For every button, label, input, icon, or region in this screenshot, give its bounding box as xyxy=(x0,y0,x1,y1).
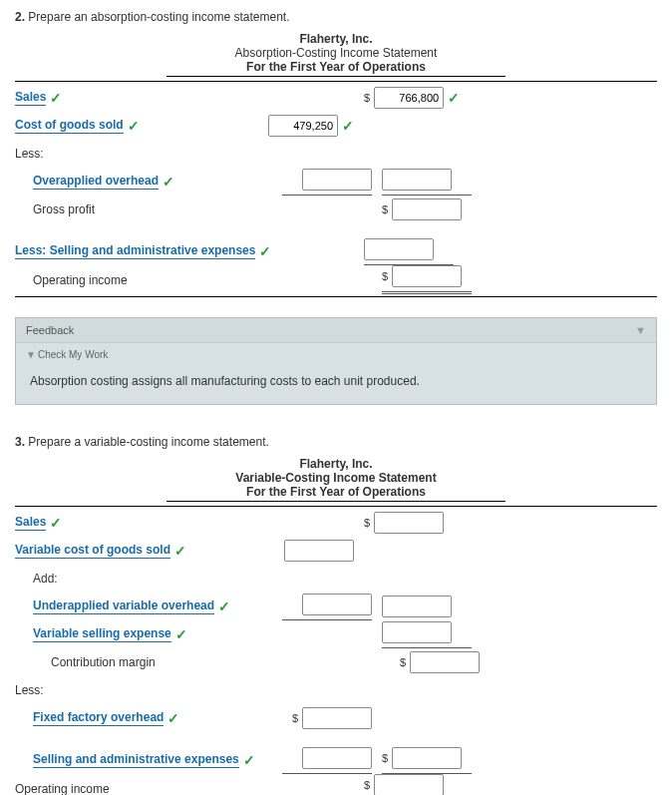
q2-prompt: 2. Prepare an absorption-costing income … xyxy=(15,10,657,24)
op-income-input[interactable] xyxy=(392,265,462,287)
currency-symbol: $ xyxy=(292,712,298,724)
currency-symbol: $ xyxy=(400,656,406,668)
triangle-icon: ▼ xyxy=(26,349,36,360)
row-cogs: Cost of goods sold ✓ ✓ xyxy=(15,112,657,140)
statement-period: For the First Year of Operations xyxy=(167,60,505,77)
contrib-input[interactable] xyxy=(410,651,480,673)
var-sell-exp-label[interactable]: Variable selling expense xyxy=(33,626,171,642)
row-var-sell-exp: Variable selling expense ✓ xyxy=(15,620,657,648)
check-icon: ✓ xyxy=(342,118,354,134)
currency-symbol: $ xyxy=(364,779,370,791)
sga-input[interactable] xyxy=(364,238,434,260)
check-icon: ✓ xyxy=(50,515,62,531)
fixed-foh-input[interactable] xyxy=(302,707,372,729)
sga-label[interactable]: Less: Selling and administrative expense… xyxy=(15,243,255,259)
row-sales: Sales ✓ $ xyxy=(15,509,657,537)
company-name: Flaherty, Inc. xyxy=(15,32,657,46)
chevron-down-icon: ▼ xyxy=(635,324,646,336)
op-income-label: Operating income xyxy=(33,273,128,287)
check-icon: ✓ xyxy=(175,626,187,642)
gross-profit-label: Gross profit xyxy=(33,202,95,216)
under-var-oh-label[interactable]: Underapplied variable overhead xyxy=(33,598,214,614)
statement-header: Flaherty, Inc. Absorption-Costing Income… xyxy=(15,32,657,77)
sales-label[interactable]: Sales xyxy=(15,90,46,106)
statement-title: Absorption-Costing Income Statement xyxy=(15,46,657,60)
currency-symbol: $ xyxy=(364,517,370,529)
check-my-work-toggle[interactable]: ▼Check My Work xyxy=(16,343,656,366)
contrib-label: Contribution margin xyxy=(51,655,156,669)
question-3: 3. Prepare a variable-costing income sta… xyxy=(15,435,657,795)
row-less-label: Less: xyxy=(15,676,657,704)
check-icon: ✓ xyxy=(218,598,230,614)
sales-input[interactable] xyxy=(374,87,444,109)
row-add-label: Add: xyxy=(15,565,657,593)
vcogs-input[interactable] xyxy=(284,540,354,562)
q-number: 3. xyxy=(15,435,25,449)
statement-title: Variable-Costing Income Statement xyxy=(15,471,657,485)
check-icon: ✓ xyxy=(448,90,460,106)
feedback-title: Feedback xyxy=(26,324,74,336)
row-sga: Selling and administrative expenses ✓ $ xyxy=(15,746,657,774)
statement-header: Flaherty, Inc. Variable-Costing Income S… xyxy=(15,457,657,502)
currency-symbol: $ xyxy=(382,752,388,764)
var-sell-exp-input[interactable] xyxy=(382,621,452,643)
cogs-label[interactable]: Cost of goods sold xyxy=(15,118,124,134)
check-icon: ✓ xyxy=(50,90,62,106)
sga-mid-input[interactable] xyxy=(302,747,372,769)
row-contribution-margin: Contribution margin $ xyxy=(15,648,657,676)
row-overapplied: Overapplied overhead ✓ xyxy=(15,168,657,196)
sales-input[interactable] xyxy=(374,512,444,534)
currency-symbol: $ xyxy=(382,270,388,282)
currency-symbol: $ xyxy=(382,203,388,215)
overapplied-label[interactable]: Overapplied overhead xyxy=(33,174,159,190)
check-icon: ✓ xyxy=(128,118,140,134)
fixed-foh-label[interactable]: Fixed factory overhead xyxy=(33,710,164,726)
less-label: Less: xyxy=(15,683,44,697)
row-operating-income: Operating income $ xyxy=(15,265,657,294)
sga-right-input[interactable] xyxy=(392,747,462,769)
row-under-var-oh: Underapplied variable overhead ✓ xyxy=(15,593,657,620)
check-icon: ✓ xyxy=(174,543,186,559)
row-vcogs: Variable cost of goods sold ✓ xyxy=(15,537,657,565)
q-text: Prepare an absorption-costing income sta… xyxy=(28,10,289,24)
overapplied-mid-input[interactable] xyxy=(302,169,372,191)
op-income-input[interactable] xyxy=(374,774,444,795)
vcogs-label[interactable]: Variable cost of goods sold xyxy=(15,543,170,559)
overapplied-right-input[interactable] xyxy=(382,169,452,191)
feedback-body: Absorption costing assigns all manufactu… xyxy=(16,366,656,404)
gross-profit-input[interactable] xyxy=(392,199,462,220)
currency-symbol: $ xyxy=(364,92,370,104)
toggle-label: Check My Work xyxy=(38,349,108,360)
statement-period: For the First Year of Operations xyxy=(167,485,505,502)
check-icon: ✓ xyxy=(243,752,255,768)
sales-label[interactable]: Sales xyxy=(15,515,46,531)
feedback-panel: Feedback ▼ ▼Check My Work Absorption cos… xyxy=(15,317,657,405)
q-text: Prepare a variable-costing income statem… xyxy=(28,435,268,449)
q3-prompt: 3. Prepare a variable-costing income sta… xyxy=(15,435,657,449)
row-less-label: Less: xyxy=(15,140,657,168)
question-2: 2. Prepare an absorption-costing income … xyxy=(15,10,657,405)
absorption-statement: Sales ✓ $ ✓ Cost of goods sold ✓ ✓ Less: xyxy=(15,81,657,297)
q-number: 2. xyxy=(15,10,25,24)
row-fixed-foh: Fixed factory overhead ✓ $ xyxy=(15,704,657,732)
row-gross-profit: Gross profit $ xyxy=(15,196,657,223)
under-var-oh-mid-input[interactable] xyxy=(302,594,372,615)
sga-label[interactable]: Selling and administrative expenses xyxy=(33,752,239,768)
less-label: Less: xyxy=(15,147,44,161)
company-name: Flaherty, Inc. xyxy=(15,457,657,471)
variable-statement: Sales ✓ $ Variable cost of goods sold ✓ … xyxy=(15,506,657,795)
under-var-oh-right-input[interactable] xyxy=(382,596,452,617)
row-operating-income: Operating income $ xyxy=(15,774,657,795)
op-income-label: Operating income xyxy=(15,782,110,796)
cogs-input[interactable] xyxy=(268,115,338,137)
check-icon: ✓ xyxy=(163,174,174,190)
row-sga: Less: Selling and administrative expense… xyxy=(15,237,657,265)
check-icon: ✓ xyxy=(168,710,179,726)
feedback-header[interactable]: Feedback ▼ xyxy=(16,318,656,343)
row-sales: Sales ✓ $ ✓ xyxy=(15,84,657,112)
check-icon: ✓ xyxy=(259,243,271,259)
add-label: Add: xyxy=(33,572,58,586)
